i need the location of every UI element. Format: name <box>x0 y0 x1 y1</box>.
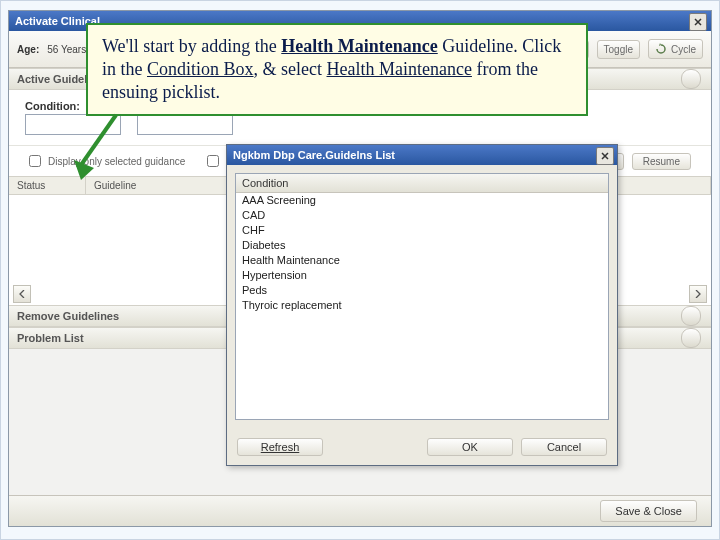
list-item[interactable]: Hypertension <box>236 268 608 283</box>
scroll-left-button[interactable] <box>13 285 31 303</box>
popup-button-row: Refresh OK Cancel <box>227 428 617 466</box>
list-item[interactable]: CHF <box>236 223 608 238</box>
guidelines-list-popup: Ngkbm Dbp Care.Guidelns List Condition A… <box>226 144 618 466</box>
popup-title: Ngkbm Dbp Care.Guidelns List <box>233 149 395 161</box>
cancel-button[interactable]: Cancel <box>521 438 607 456</box>
instruction-callout: We'll start by adding the Health Mainten… <box>86 23 588 116</box>
popup-listbox[interactable]: Condition AAA Screening CAD CHF Diabetes… <box>235 173 609 420</box>
popup-close-button[interactable] <box>596 147 614 165</box>
chevron-left-icon <box>19 290 25 298</box>
resume-button[interactable]: Resume <box>632 153 691 170</box>
list-item[interactable]: Diabetes <box>236 238 608 253</box>
expand-icon[interactable] <box>681 306 701 326</box>
list-item[interactable]: Thyroic replacement <box>236 298 608 313</box>
age-label: Age: <box>17 44 39 55</box>
arrow-icon <box>66 110 126 190</box>
list-item[interactable]: Peds <box>236 283 608 298</box>
refresh-button[interactable]: Refresh <box>237 438 323 456</box>
age-value: 56 Years <box>47 44 86 55</box>
cycle-icon <box>655 43 667 55</box>
cycle-button[interactable]: Cycle <box>648 39 703 59</box>
ok-button[interactable]: OK <box>427 438 513 456</box>
list-item[interactable]: CAD <box>236 208 608 223</box>
expand-icon-2[interactable] <box>681 328 701 348</box>
chevron-right-icon <box>695 290 701 298</box>
toggle-button[interactable]: Toggle <box>597 40 640 59</box>
window-close-button[interactable] <box>689 13 707 31</box>
popup-titlebar: Ngkbm Dbp Care.Guidelns List <box>227 145 617 165</box>
collapse-icon[interactable] <box>681 69 701 89</box>
diagnosis-input[interactable] <box>137 114 233 135</box>
close-icon <box>694 18 702 26</box>
close-icon <box>601 152 609 160</box>
popup-list-header: Condition <box>236 174 608 193</box>
scroll-right-button[interactable] <box>689 285 707 303</box>
list-item[interactable]: AAA Screening <box>236 193 608 208</box>
list-item[interactable]: Health Maintenance <box>236 253 608 268</box>
window-footer: Save & Close <box>9 495 711 526</box>
save-close-button[interactable]: Save & Close <box>600 500 697 522</box>
